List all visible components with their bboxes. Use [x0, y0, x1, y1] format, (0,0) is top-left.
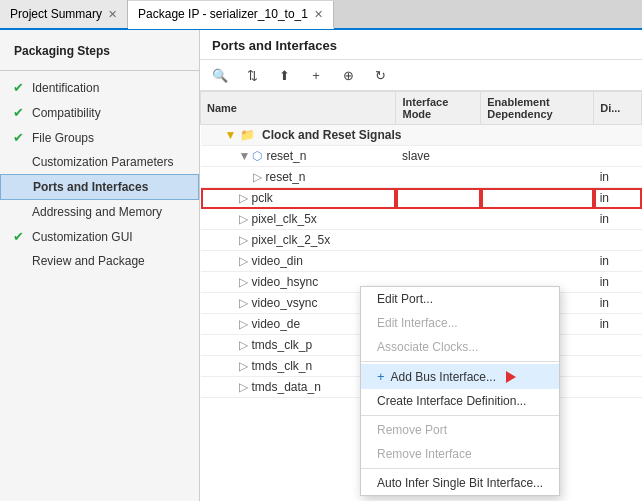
plus-icon-add-bus: +	[377, 369, 385, 384]
tab-package-ip[interactable]: Package IP - serializer_10_to_1 ✕	[128, 1, 334, 29]
tab-project-summary-close[interactable]: ✕	[108, 9, 117, 20]
menu-item-auto-infer[interactable]: Auto Infer Single Bit Interface...	[361, 471, 559, 495]
row-reset-interface[interactable]: ▼ ⬡ reset_n slave	[201, 146, 642, 167]
port-label-video-de: video_de	[252, 317, 301, 331]
menu-label-auto-infer: Auto Infer Single Bit Interface...	[377, 476, 543, 490]
refresh-button[interactable]: ↻	[368, 64, 392, 86]
row-pixel-clk-5x[interactable]: ▷ pixel_clk_5x in	[201, 209, 642, 230]
col-name: Name	[201, 92, 396, 125]
vvs-di: in	[594, 293, 642, 314]
sidebar-item-compatibility[interactable]: ✔ Compatibility	[0, 100, 199, 125]
port-icon-tmds-clk-p: ▷	[239, 338, 248, 352]
reset-di	[594, 146, 642, 167]
menu-divider-2	[361, 415, 559, 416]
port-label-tmds-clk-n: tmds_clk_n	[252, 359, 313, 373]
ports-table[interactable]: Name InterfaceMode EnablementDependency …	[200, 91, 642, 501]
sidebar-label-identification: Identification	[32, 81, 99, 95]
menu-label-create-interface-def: Create Interface Definition...	[377, 394, 526, 408]
sidebar-item-customization-params[interactable]: Customization Parameters	[0, 150, 199, 174]
vdin-di: in	[594, 251, 642, 272]
port-label-pixel-clk-5x: pixel_clk_5x	[252, 212, 317, 226]
menu-item-associate-clocks[interactable]: Associate Clocks...	[361, 335, 559, 359]
port-icon-reset-n: ▷	[253, 170, 262, 184]
search-button[interactable]: 🔍	[208, 64, 232, 86]
filter-button[interactable]: ⇅	[240, 64, 264, 86]
sidebar-item-review-package[interactable]: Review and Package	[0, 249, 199, 273]
sort-button[interactable]: ⬆	[272, 64, 296, 86]
interface-label-reset-n: reset_n	[266, 149, 306, 163]
sidebar-label-customization-params: Customization Parameters	[32, 155, 173, 169]
interface-icon-reset: ⬡	[252, 149, 262, 163]
tab-package-ip-close[interactable]: ✕	[314, 9, 323, 20]
port-label-tmds-data-n: tmds_data_n	[252, 380, 321, 394]
pclk-dep	[481, 188, 594, 209]
group-label-clock-reset: Clock and Reset Signals	[262, 128, 401, 142]
check-icon-compatibility: ✔	[10, 105, 26, 120]
sidebar-item-addressing-memory[interactable]: Addressing and Memory	[0, 200, 199, 224]
menu-label-add-bus-interface: Add Bus Interface...	[391, 370, 496, 384]
menu-label-edit-port: Edit Port...	[377, 292, 433, 306]
col-interface-mode: InterfaceMode	[396, 92, 481, 125]
col-di: Di...	[594, 92, 642, 125]
sidebar: Packaging Steps ✔ Identification ✔ Compa…	[0, 30, 200, 501]
port-icon-video-vsync: ▷	[239, 296, 248, 310]
port-label-pclk: pclk	[252, 191, 273, 205]
menu-label-remove-port: Remove Port	[377, 423, 447, 437]
tab-bar: Project Summary ✕ Package IP - serialize…	[0, 0, 642, 30]
menu-item-edit-port[interactable]: Edit Port...	[361, 287, 559, 311]
port-icon-video-hsync: ▷	[239, 275, 248, 289]
port-icon-tmds-clk-n: ▷	[239, 359, 248, 373]
tab-package-ip-label: Package IP - serializer_10_to_1	[138, 7, 308, 21]
sidebar-label-compatibility: Compatibility	[32, 106, 101, 120]
pclk25x-dep	[481, 230, 594, 251]
port-label-reset-n: reset_n	[266, 170, 306, 184]
tab-project-summary[interactable]: Project Summary ✕	[0, 0, 128, 28]
sidebar-divider-top	[0, 70, 199, 71]
menu-item-remove-interface[interactable]: Remove Interface	[361, 442, 559, 466]
sidebar-item-identification[interactable]: ✔ Identification	[0, 75, 199, 100]
pclk5x-dep	[481, 209, 594, 230]
menu-item-edit-interface[interactable]: Edit Interface...	[361, 311, 559, 335]
port-icon-pixel-clk-5x: ▷	[239, 212, 248, 226]
port-label-video-hsync: video_hsync	[252, 275, 319, 289]
row-video-din[interactable]: ▷ video_din in	[201, 251, 642, 272]
sidebar-label-ports-interfaces: Ports and Interfaces	[33, 180, 148, 194]
menu-label-remove-interface: Remove Interface	[377, 447, 472, 461]
sidebar-item-customization-gui[interactable]: ✔ Customization GUI	[0, 224, 199, 249]
folder-icon-clock-reset: ▼ 📁	[225, 128, 255, 142]
menu-label-edit-interface: Edit Interface...	[377, 316, 458, 330]
group-clock-reset[interactable]: ▼ 📁 Clock and Reset Signals	[201, 125, 642, 146]
port-icon-video-din: ▷	[239, 254, 248, 268]
pclk-di: in	[594, 188, 642, 209]
toolbar: 🔍 ⇅ ⬆ + ⊕ ↻	[200, 60, 642, 91]
row-reset-port[interactable]: ▷ reset_n in	[201, 167, 642, 188]
col-enablement-dep: EnablementDependency	[481, 92, 594, 125]
sidebar-title: Packaging Steps	[0, 40, 199, 66]
port-icon-video-de: ▷	[239, 317, 248, 331]
vhs-di: in	[594, 272, 642, 293]
add-button[interactable]: +	[304, 64, 328, 86]
tclkn-di	[594, 356, 642, 377]
port-icon-tmds-data-n: ▷	[239, 380, 248, 394]
context-menu: Edit Port... Edit Interface... Associate…	[360, 286, 560, 496]
port-button[interactable]: ⊕	[336, 64, 360, 86]
menu-item-remove-port[interactable]: Remove Port	[361, 418, 559, 442]
sidebar-item-ports-interfaces[interactable]: Ports and Interfaces	[0, 174, 199, 200]
vde-di: in	[594, 314, 642, 335]
sidebar-label-customization-gui: Customization GUI	[32, 230, 133, 244]
menu-item-add-bus-interface[interactable]: + Add Bus Interface...	[361, 364, 559, 389]
arrow-icon-add-bus	[506, 371, 516, 383]
check-icon-customization-gui: ✔	[10, 229, 26, 244]
port-label-tmds-clk-p: tmds_clk_p	[252, 338, 313, 352]
row-pclk[interactable]: ▷ pclk in	[201, 188, 642, 209]
menu-divider-1	[361, 361, 559, 362]
reset-enablement	[481, 146, 594, 167]
vdin-mode	[396, 251, 481, 272]
reset-port-mode	[396, 167, 481, 188]
reset-port-di: in	[594, 167, 642, 188]
sidebar-item-file-groups[interactable]: ✔ File Groups	[0, 125, 199, 150]
pclk5x-mode	[396, 209, 481, 230]
row-pixel-clk-2-5x[interactable]: ▷ pixel_clk_2_5x	[201, 230, 642, 251]
menu-item-create-interface-def[interactable]: Create Interface Definition...	[361, 389, 559, 413]
check-icon-identification: ✔	[10, 80, 26, 95]
